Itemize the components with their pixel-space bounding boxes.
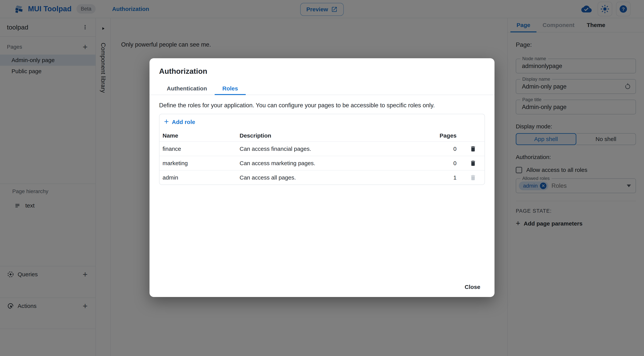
dialog-title: Authorization — [150, 58, 494, 76]
role-name: admin — [160, 174, 236, 181]
tab-authentication[interactable]: Authentication — [159, 82, 215, 95]
authorization-dialog: Authorization Authentication Roles Defin… — [150, 58, 494, 297]
column-header-pages: Pages — [429, 132, 462, 139]
table-row: marketing Can access marketing pages. 0 — [160, 156, 484, 170]
roles-table-container: + Add role Name Description Pages financ… — [159, 114, 485, 185]
tab-roles[interactable]: Roles — [215, 82, 246, 95]
table-header-row: Name Description Pages — [160, 130, 484, 142]
role-description: Can access all pages. — [236, 174, 429, 181]
roles-table: Name Description Pages finance Can acces… — [160, 130, 484, 184]
plus-icon: + — [164, 118, 169, 126]
column-header-name: Name — [160, 132, 236, 139]
close-button[interactable]: Close — [459, 281, 486, 293]
add-role-button[interactable]: + Add role — [164, 118, 195, 126]
app-screen: MUI Toolpad Beta Authorization Preview — [0, 0, 644, 356]
delete-role-icon-disabled — [470, 174, 476, 181]
roles-description: Define the roles for your application. Y… — [159, 102, 485, 109]
role-description: Can access marketing pages. — [236, 160, 429, 166]
role-name: marketing — [160, 160, 236, 166]
delete-role-icon[interactable] — [470, 160, 476, 167]
roles-toolbar: + Add role — [160, 114, 484, 130]
role-pages-count: 0 — [429, 160, 462, 166]
role-pages-count: 1 — [429, 174, 462, 181]
role-name: finance — [160, 146, 236, 152]
delete-role-icon[interactable] — [470, 146, 476, 152]
table-row: finance Can access financial pages. 0 — [160, 142, 484, 156]
role-description: Can access financial pages. — [236, 146, 429, 152]
add-role-label: Add role — [172, 119, 195, 125]
table-row: admin Can access all pages. 1 — [160, 170, 484, 184]
column-header-description: Description — [236, 132, 429, 139]
dialog-tabs: Authentication Roles — [150, 82, 494, 95]
role-pages-count: 0 — [429, 146, 462, 152]
